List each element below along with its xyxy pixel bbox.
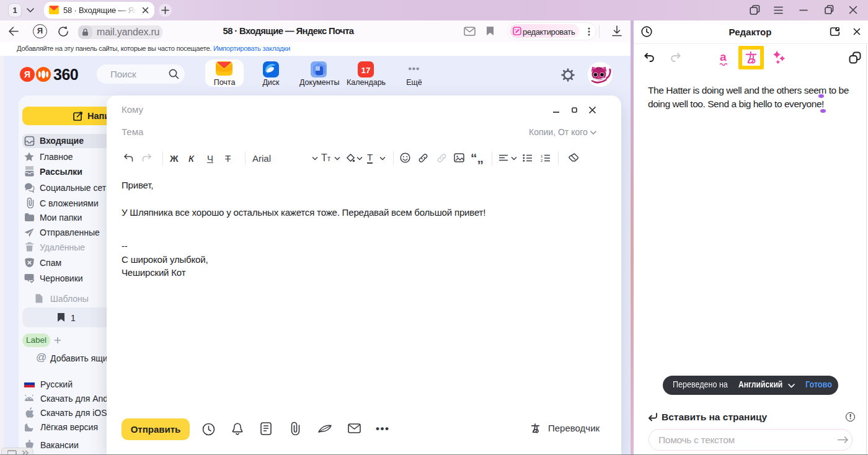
svg-text:2: 2 (541, 159, 543, 162)
svg-text:17: 17 (361, 66, 370, 75)
svg-text:1: 1 (541, 154, 543, 158)
